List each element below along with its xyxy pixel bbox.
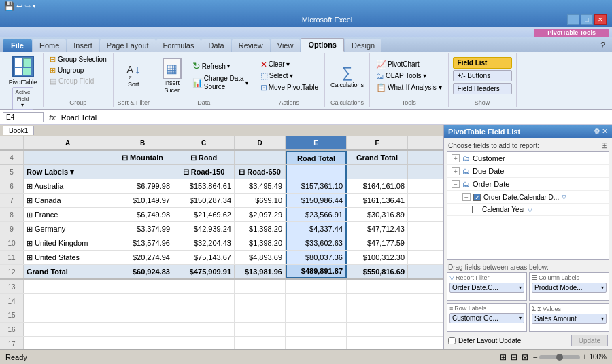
tab-design[interactable]: Design <box>345 39 381 52</box>
cell[interactable]: $6,799.98 <box>112 179 173 193</box>
view-normal-icon[interactable]: ⊞ <box>500 352 507 362</box>
tab-view[interactable]: View <box>271 39 301 52</box>
cell[interactable]: $47,177.59 <box>347 236 408 250</box>
zoom-in-icon[interactable]: + <box>582 352 587 362</box>
cell[interactable]: $550,816.69 <box>347 265 408 278</box>
cell[interactable]: ⊞ Germany <box>24 222 112 236</box>
cell[interactable]: ⊞ Australia <box>24 179 112 193</box>
maximize-btn[interactable]: □ <box>581 14 593 25</box>
cell[interactable]: $60,924.83 <box>112 265 173 278</box>
cell[interactable] <box>24 151 112 164</box>
cell[interactable]: ⊞ Canada <box>24 194 112 207</box>
cell[interactable]: $4,893.69 <box>235 251 286 264</box>
move-pivot-table-btn[interactable]: ⊡ Move PivotTable <box>258 82 320 93</box>
cell[interactable]: $32,204.43 <box>173 236 235 250</box>
cell[interactable]: ⊞ France <box>24 208 112 221</box>
pivot-chart-btn[interactable]: 📈 PivotChart <box>374 59 443 70</box>
active-field-btn[interactable]: ActiveField ▾ <box>12 87 34 110</box>
field-item-order-date[interactable]: − 🗂 Order Date <box>447 178 609 191</box>
customize-icon[interactable]: ▾ <box>33 3 36 10</box>
cell[interactable] <box>112 165 173 179</box>
cell[interactable]: ⊞ United States <box>24 251 112 264</box>
close-btn[interactable]: ✕ <box>594 14 607 25</box>
tab-page-layout[interactable]: Page Layout <box>100 39 156 52</box>
cell[interactable]: ⊟ Road <box>173 151 235 164</box>
cell[interactable]: $42,939.24 <box>173 222 235 236</box>
field-item-customer[interactable]: + 🗂 Customer <box>447 152 609 165</box>
cell[interactable]: $13,574.96 <box>112 236 173 250</box>
tab-review[interactable]: Review <box>232 39 270 52</box>
values-value[interactable]: Sales Amount ▾ <box>532 314 607 324</box>
update-btn[interactable]: Update <box>571 335 608 346</box>
defer-layout-checkbox[interactable] <box>448 337 456 344</box>
cell[interactable]: $489,891.87 <box>286 265 347 278</box>
insert-slicer-btn[interactable]: ▦ InsertSlicer <box>157 56 187 96</box>
row-labels-value[interactable]: Customer Ge... ▾ <box>449 313 524 323</box>
cell[interactable]: ⊟ Road-650 <box>235 165 286 179</box>
tab-options[interactable]: Options <box>301 38 344 52</box>
cell[interactable]: $150,986.44 <box>286 194 347 207</box>
plus-minus-buttons-btn[interactable]: +/- Buttons <box>453 70 512 81</box>
zoom-slider[interactable]: − + 100% <box>532 352 607 362</box>
cell[interactable]: $21,469.62 <box>173 208 235 221</box>
cell[interactable]: $33,602.63 <box>286 236 347 250</box>
cell[interactable] <box>286 165 347 179</box>
quick-save-icon[interactable]: 💾 <box>4 1 14 11</box>
minimize-btn[interactable]: ─ <box>567 14 579 25</box>
select-btn[interactable]: ⬚ Select ▾ <box>258 71 320 81</box>
olap-tools-btn[interactable]: 🗂 OLAP Tools ▾ <box>374 71 443 81</box>
change-data-source-btn[interactable]: 📊 Change DataSource▾ <box>190 73 251 92</box>
sort-btn[interactable]: AZ ↓ Sort <box>126 62 141 89</box>
cell-e4-selected[interactable]: Road Total <box>286 151 347 164</box>
cell[interactable]: ⊞ United Kingdom <box>24 236 112 250</box>
cell[interactable]: $164,161.08 <box>347 179 408 193</box>
cell[interactable]: $475,909.91 <box>173 265 235 278</box>
cell[interactable]: $20,274.94 <box>112 251 173 264</box>
cell[interactable]: $1,398.20 <box>235 222 286 236</box>
cell[interactable]: $161,136.41 <box>347 194 408 207</box>
cell[interactable]: $150,287.34 <box>173 194 235 207</box>
calculations-btn[interactable]: ∑ Calculations <box>328 62 367 90</box>
cell[interactable]: $100,312.30 <box>347 251 408 264</box>
cell[interactable]: $10,149.97 <box>112 194 173 207</box>
cell[interactable]: $157,361.10 <box>286 179 347 193</box>
undo-icon[interactable]: ↩ <box>16 2 22 11</box>
cell[interactable]: $30,316.89 <box>347 208 408 221</box>
group-selection-btn[interactable]: ⊟ Group Selection <box>48 54 109 65</box>
cell[interactable] <box>347 165 408 179</box>
cell[interactable]: $6,749.98 <box>112 208 173 221</box>
cell[interactable]: $1,398.20 <box>235 236 286 250</box>
cell[interactable]: $80,037.36 <box>286 251 347 264</box>
name-box[interactable]: E4 <box>3 112 44 122</box>
tab-insert[interactable]: Insert <box>67 39 99 52</box>
what-if-analysis-btn[interactable]: 📋 What-If Analysis ▾ <box>374 82 443 93</box>
field-settings-icon[interactable]: ⊞ <box>601 141 608 150</box>
cell[interactable]: $2,097.29 <box>235 208 286 221</box>
pivot-panel-close-icon[interactable]: ✕ <box>602 127 608 136</box>
tab-home[interactable]: Home <box>33 39 66 52</box>
field-item-order-date-calendar[interactable]: − ✓ Order Date.Calendar D... ▽ <box>447 191 609 204</box>
pivot-table-btn[interactable]: PivotTable <box>6 54 40 87</box>
redo-icon[interactable]: ↪ <box>24 2 31 11</box>
refresh-btn[interactable]: ↻ Refresh▾ <box>190 59 251 73</box>
cell[interactable]: $153,864.61 <box>173 179 235 193</box>
cell[interactable]: $47,712.43 <box>347 222 408 236</box>
cell[interactable]: $3,495.49 <box>235 179 286 193</box>
cell[interactable]: ⊟ Mountain <box>112 151 173 164</box>
formula-content[interactable]: Road Total <box>61 113 609 122</box>
cell[interactable]: $3,374.99 <box>112 222 173 236</box>
cell[interactable]: $4,337.44 <box>286 222 347 236</box>
field-list-btn[interactable]: Field List <box>453 57 512 69</box>
cell[interactable]: Grand Total <box>347 151 408 164</box>
report-filter-value[interactable]: Order Date.C... ▾ <box>449 283 524 293</box>
sheet-tab-book1[interactable]: Book1 <box>3 126 34 135</box>
clear-btn[interactable]: ✕ Clear ▾ <box>258 59 320 70</box>
cell[interactable]: Grand Total <box>24 265 112 278</box>
ungroup-btn[interactable]: ⊞ Ungroup <box>48 65 109 75</box>
cell[interactable]: $699.10 <box>235 194 286 207</box>
group-field-btn[interactable]: ▤ Group Field <box>48 76 109 86</box>
file-tab[interactable]: File <box>3 39 32 52</box>
cell[interactable]: $23,566.91 <box>286 208 347 221</box>
field-item-due-date[interactable]: + 🗂 Due Date <box>447 165 609 178</box>
help-icon[interactable]: ? <box>596 39 609 52</box>
